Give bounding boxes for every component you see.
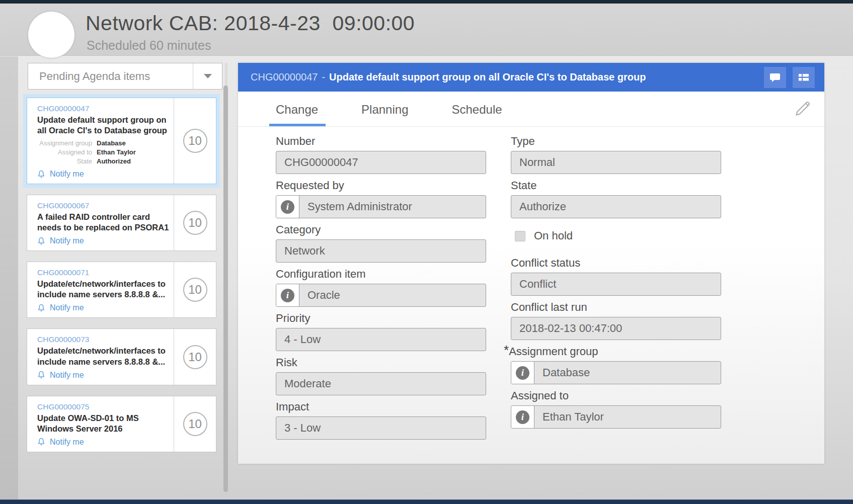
field-value: Database [534,366,590,379]
on-hold-checkbox[interactable] [515,231,525,241]
duration-badge: 10 [183,278,207,302]
change-number-link[interactable]: CHG00000075 [37,402,171,411]
assigned-to-field[interactable]: i Ethan Taylor [511,405,721,429]
agenda-card[interactable]: CHG00000071 Update/etc/network/interface… [27,262,216,318]
assignment-group-field[interactable]: i Database [511,361,721,384]
number-field[interactable]: CHG00000047 [276,151,486,174]
field-label: *Assignment group [511,345,721,358]
agenda-card[interactable]: CHG00000075 Update OWA-SD-01 to MS Windo… [27,396,216,452]
notify-me-label: Notify me [50,371,84,380]
field-value: 4 - Low [276,333,321,346]
panel-actions [764,67,815,88]
tab-planning[interactable]: Planning [361,103,408,126]
field-label: Requested by [276,179,486,192]
field-value: CHG00000047 [276,156,358,169]
field-label: Risk [276,356,486,369]
card-view-icon [798,72,810,82]
field-value: Normal [511,156,555,169]
detail-label: State [37,157,97,166]
edit-button[interactable] [792,99,813,120]
dropdown-caret-button[interactable] [193,63,222,89]
notify-me-label: Notify me [50,236,84,245]
change-number-link[interactable]: CHG00000071 [37,268,171,277]
reference-info-button[interactable]: i [276,196,299,218]
card-content: CHG00000067 A failed RAID controller car… [27,195,174,250]
reference-info-button[interactable]: i [276,284,299,306]
impact-field[interactable]: 3 - Low [276,416,486,440]
bell-icon [37,170,45,179]
type-field[interactable]: Normal [511,151,721,174]
notify-me-link[interactable]: Notify me [37,371,171,380]
left-edge-strip [0,56,18,504]
field-value: Moderate [276,377,331,390]
change-number-link[interactable]: CHG00000067 [37,201,171,210]
change-detail-header: CHG00000047 - Update default support gro… [238,63,824,92]
meeting-duration: Scheduled 60 minutes [87,38,211,53]
agenda-card[interactable]: CHG00000047 Update default support group… [27,98,216,184]
info-icon: i [516,366,529,380]
card-title: Update/etc/network/interfaces to include… [37,279,171,300]
cab-workbench-page: Network CAB: 2018-4-23 09:00:00 Schedule… [0,0,853,504]
chat-button[interactable] [764,67,786,88]
change-number-link[interactable]: CHG00000047 [37,104,171,113]
field-value: 3 - Low [276,422,321,435]
sidebar-scrollbar-thumb[interactable] [223,86,228,492]
detail-value: Ethan Taylor [97,148,136,157]
change-number-link[interactable]: CHG00000073 [37,335,171,344]
form-row: Impact 3 - Low [276,400,486,440]
card-content: CHG00000075 Update OWA-SD-01 to MS Windo… [27,396,174,452]
field-value: Ethan Taylor [534,410,604,424]
info-icon: i [281,289,294,302]
conflict-last-run-field[interactable]: 2018-02-13 00:47:00 [511,317,721,340]
requested-by-field[interactable]: i System Administrator [276,195,486,218]
agenda-filter-dropdown[interactable]: Pending Agenda items [28,63,222,90]
field-label: Type [511,135,721,148]
priority-field[interactable]: 4 - Low [276,328,486,351]
pencil-icon [793,99,813,119]
detail-label: Assigned to [37,148,97,157]
view-toggle-button[interactable] [793,67,815,88]
agenda-card[interactable]: CHG00000073 Update/etc/network/interface… [27,328,216,385]
category-field[interactable]: Network [276,239,486,263]
conflict-status-field[interactable]: Conflict [511,273,721,296]
meeting-header: Network CAB: 2018-4-23 09:00:00 Schedule… [0,4,853,56]
detail-row: Assignment group Database [37,139,171,148]
field-label: State [511,179,721,192]
detail-label: Assignment group [37,139,97,148]
notify-me-link[interactable]: Notify me [37,236,171,245]
bell-icon [37,237,45,245]
card-title: Update OWA-SD-01 to MS Windows Server 20… [37,413,171,434]
reference-info-button[interactable]: i [511,362,534,384]
field-label: Assigned to [511,389,721,402]
detail-tabs: Change Planning Schedule [238,92,824,127]
field-label: Conflict status [511,257,721,270]
form-row: Priority 4 - Low [276,312,486,351]
notify-me-link[interactable]: Notify me [37,438,171,447]
notify-me-link[interactable]: Notify me [37,170,171,179]
form-row: Number CHG00000047 [276,135,486,174]
form-row: Risk Moderate [276,356,486,395]
reference-info-button[interactable]: i [511,406,534,428]
agenda-card-list: CHG00000047 Update default support group… [27,98,216,452]
badge-column: 10 [174,262,216,317]
field-label: Configuration item [276,268,486,281]
bottom-chrome-bar [0,499,853,504]
card-details: Assignment group Database Assigned to Et… [37,139,171,166]
bell-icon [37,438,45,446]
risk-field[interactable]: Moderate [276,372,486,395]
field-label: Conflict last run [511,301,721,314]
form-row: Conflict status Conflict [511,257,721,296]
tab-schedule[interactable]: Schedule [452,103,502,126]
chevron-down-icon [204,74,212,78]
field-value: Authorize [511,200,566,213]
state-field[interactable]: Authorize [511,195,721,218]
tab-change[interactable]: Change [276,103,318,126]
field-value: Network [276,244,325,258]
duration-badge: 10 [183,345,207,369]
configuration-item-field[interactable]: i Oracle [276,284,486,307]
info-icon: i [281,200,294,214]
field-label: Category [276,223,486,236]
form-column-left: Number CHG00000047 Requested by i System… [276,135,486,445]
agenda-card[interactable]: CHG00000067 A failed RAID controller car… [27,195,216,251]
notify-me-link[interactable]: Notify me [37,303,171,312]
